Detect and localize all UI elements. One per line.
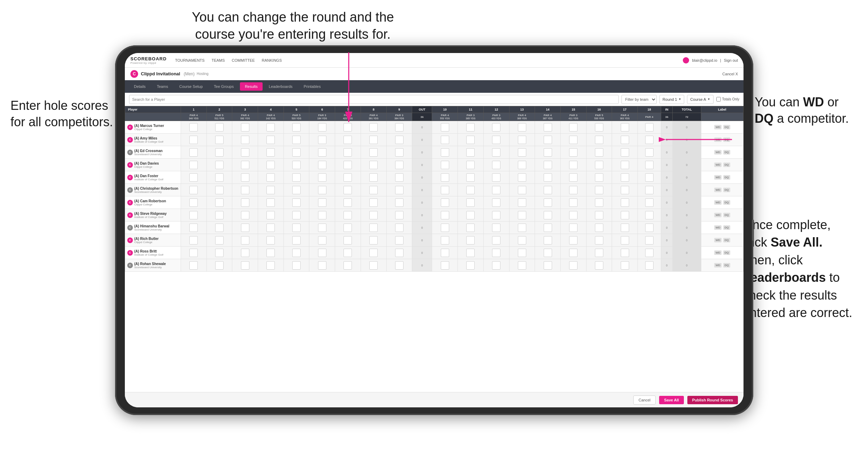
score-input-hole-12[interactable]: [492, 261, 500, 270]
score-input-hole-13[interactable]: [518, 186, 526, 194]
score-input-hole-4[interactable]: [266, 236, 275, 244]
score-input-hole-13[interactable]: [518, 236, 526, 244]
score-input-hole-1[interactable]: [189, 236, 198, 244]
score-input-hole-11[interactable]: [466, 236, 475, 244]
wd-button[interactable]: WD: [714, 238, 722, 242]
dq-button[interactable]: DQ: [723, 263, 730, 268]
score-input-hole-1[interactable]: [189, 161, 198, 169]
score-input-hole-14[interactable]: [544, 224, 552, 232]
score-input-hole-16[interactable]: [595, 211, 603, 219]
score-input-hole-4[interactable]: [266, 161, 275, 169]
score-input-hole-1[interactable]: [189, 123, 198, 131]
score-input-hole-10[interactable]: [441, 136, 449, 144]
score-input-hole-1[interactable]: [189, 198, 198, 207]
score-input-hole-14[interactable]: [544, 148, 552, 157]
score-input-hole-15[interactable]: [569, 236, 578, 244]
score-input-hole-16[interactable]: [595, 161, 603, 169]
score-input-hole-18[interactable]: [645, 211, 654, 219]
dq-button[interactable]: DQ: [723, 163, 730, 167]
score-input-hole-6[interactable]: [318, 161, 326, 169]
score-input-hole-7[interactable]: [344, 186, 352, 194]
score-input-hole-2[interactable]: [215, 161, 224, 169]
score-input-hole-4[interactable]: [266, 198, 275, 207]
score-input-hole-17[interactable]: [621, 198, 629, 207]
tab-tee-groups[interactable]: Tee Groups: [209, 82, 239, 91]
score-input-hole-17[interactable]: [621, 186, 629, 194]
score-input-hole-2[interactable]: [215, 236, 224, 244]
score-input-hole-6[interactable]: [318, 211, 326, 219]
score-input-hole-18[interactable]: [645, 123, 654, 131]
score-input-hole-7[interactable]: [344, 148, 352, 157]
dq-button[interactable]: DQ: [723, 175, 730, 180]
score-input-hole-2[interactable]: [215, 198, 224, 207]
tab-teams[interactable]: Teams: [152, 82, 173, 91]
score-input-hole-17[interactable]: [621, 136, 629, 144]
score-input-hole-10[interactable]: [441, 224, 449, 232]
score-input-hole-4[interactable]: [266, 249, 275, 257]
score-input-hole-5[interactable]: [292, 123, 301, 131]
score-input-hole-8[interactable]: [369, 261, 378, 270]
score-input-hole-4[interactable]: [266, 211, 275, 219]
totals-only-toggle[interactable]: Totals Only: [716, 97, 739, 101]
score-input-hole-12[interactable]: [492, 123, 500, 131]
score-input-hole-4[interactable]: [266, 173, 275, 182]
tab-leaderboards[interactable]: Leaderboards: [264, 82, 297, 91]
score-input-hole-9[interactable]: [395, 173, 403, 182]
score-input-hole-12[interactable]: [492, 148, 500, 157]
score-input-hole-13[interactable]: [518, 136, 526, 144]
score-input-hole-1[interactable]: [189, 211, 198, 219]
score-input-hole-11[interactable]: [466, 249, 475, 257]
score-input-hole-7[interactable]: [344, 211, 352, 219]
score-input-hole-12[interactable]: [492, 236, 500, 244]
score-input-hole-11[interactable]: [466, 186, 475, 194]
score-input-hole-17[interactable]: [621, 148, 629, 157]
score-input-hole-13[interactable]: [518, 261, 526, 270]
score-input-hole-8[interactable]: [369, 136, 378, 144]
score-input-hole-10[interactable]: [441, 236, 449, 244]
score-input-hole-10[interactable]: [441, 161, 449, 169]
tab-details[interactable]: Details: [129, 82, 151, 91]
score-input-hole-7[interactable]: [344, 261, 352, 270]
score-input-hole-4[interactable]: [266, 186, 275, 194]
tab-results[interactable]: Results: [240, 82, 263, 91]
dq-button[interactable]: DQ: [723, 225, 730, 230]
nav-teams[interactable]: TEAMS: [212, 58, 225, 62]
nav-tournaments[interactable]: TOURNAMENTS: [175, 58, 205, 62]
score-input-hole-14[interactable]: [544, 249, 552, 257]
score-input-hole-3[interactable]: [241, 148, 249, 157]
score-input-hole-7[interactable]: [344, 136, 352, 144]
score-input-hole-9[interactable]: [395, 148, 403, 157]
score-input-hole-15[interactable]: [569, 136, 578, 144]
score-input-hole-4[interactable]: [266, 123, 275, 131]
score-input-hole-3[interactable]: [241, 224, 249, 232]
score-input-hole-15[interactable]: [569, 186, 578, 194]
score-input-hole-18[interactable]: [645, 249, 654, 257]
score-input-hole-16[interactable]: [595, 224, 603, 232]
score-input-hole-11[interactable]: [466, 211, 475, 219]
score-input-hole-6[interactable]: [318, 198, 326, 207]
score-input-hole-5[interactable]: [292, 136, 301, 144]
score-input-hole-13[interactable]: [518, 161, 526, 169]
score-input-hole-16[interactable]: [595, 236, 603, 244]
score-input-hole-7[interactable]: [344, 224, 352, 232]
score-input-hole-13[interactable]: [518, 211, 526, 219]
score-input-hole-13[interactable]: [518, 123, 526, 131]
score-input-hole-2[interactable]: [215, 261, 224, 270]
wd-button[interactable]: WD: [714, 225, 722, 230]
score-input-hole-1[interactable]: [189, 148, 198, 157]
score-input-hole-18[interactable]: [645, 224, 654, 232]
score-input-hole-8[interactable]: [369, 198, 378, 207]
score-input-hole-13[interactable]: [518, 198, 526, 207]
score-input-hole-14[interactable]: [544, 161, 552, 169]
score-input-hole-14[interactable]: [544, 198, 552, 207]
score-input-hole-2[interactable]: [215, 224, 224, 232]
score-input-hole-16[interactable]: [595, 186, 603, 194]
score-input-hole-12[interactable]: [492, 198, 500, 207]
score-input-hole-1[interactable]: [189, 136, 198, 144]
score-input-hole-3[interactable]: [241, 123, 249, 131]
score-input-hole-5[interactable]: [292, 148, 301, 157]
score-input-hole-6[interactable]: [318, 173, 326, 182]
score-input-hole-11[interactable]: [466, 224, 475, 232]
score-input-hole-8[interactable]: [369, 148, 378, 157]
save-all-button[interactable]: Save All: [659, 396, 684, 404]
